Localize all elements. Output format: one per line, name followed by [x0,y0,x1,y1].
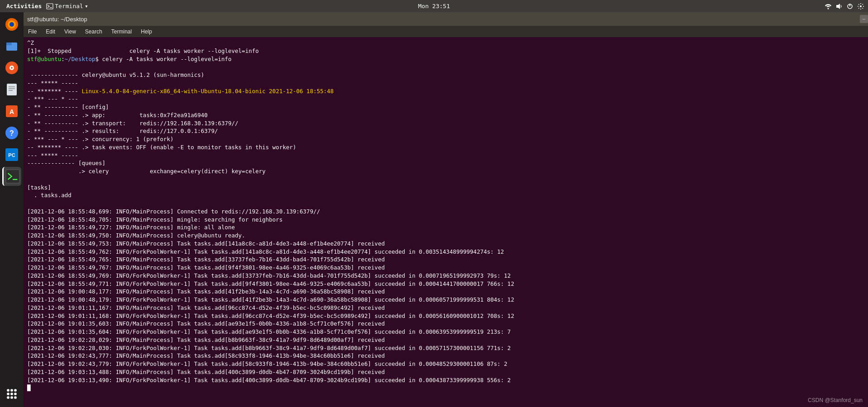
volume-icon[interactable] [835,3,843,10]
dock-remmina[interactable]: PC [2,145,21,164]
terminal-content[interactable]: ^Z [1]+ Stopped celery -A tasks worker -… [24,37,868,407]
term-line-37: [2021-12-06 19:01:35,604: INFO/ForkPoolW… [27,328,868,336]
watermark: CSDN @Stanford_sun [808,397,863,403]
term-line-9: - ** ---------- [config] [27,103,868,111]
svg-point-30 [7,393,10,395]
menu-search[interactable]: Search [83,28,104,35]
svg-marker-3 [836,4,840,9]
system-clock: Mon 23:51 [418,3,450,9]
term-line-33: [2021-12-06 19:00:48,179: INFO/ForkPoolW… [27,296,868,304]
svg-point-27 [7,389,10,392]
term-line-4 [27,63,868,71]
system-bar: Activities Terminal ▾ Mon 23:51 [0,0,868,12]
system-bar-left: Activities Terminal ▾ [4,3,88,10]
minimize-button[interactable]: ─ [860,15,868,23]
svg-text:PC: PC [8,152,15,158]
term-line-26: [2021-12-06 18:55:49,753: INFO/MainProce… [27,240,868,248]
term-line-28: [2021-12-06 18:55:49,765: INFO/MainProce… [27,256,868,264]
term-line-43: [2021-12-06 19:03:13,490: INFO/ForkPoolW… [27,376,868,384]
term-line-17: .> celery exchange=celery(direct) key=ce… [27,167,868,175]
term-line-27: [2021-12-06 18:55:49,762: INFO/ForkPoolW… [27,248,868,256]
term-line-24: [2021-12-06 18:55:49,727: INFO/MainProce… [27,223,868,232]
term-line-20: . tasks.add [27,191,868,199]
term-line-21 [27,199,868,208]
term-line-13: - *** --- * --- .> concurrency: 1 (prefo… [27,135,868,143]
term-line-2: [1]+ Stopped celery -A tasks worker --lo… [27,47,868,55]
term-line-10: - ** ---------- .> app: tasks:0x7f2ea91a… [27,111,868,119]
terminal-menu-bar: File Edit View Search Terminal Help [24,26,868,37]
term-line-12: - ** ---------- .> results: redis://127.… [27,127,868,135]
term-line-14: -- ******* ---- .> task events: OFF (ena… [27,143,868,151]
term-line-8: - *** --- * --- [27,95,868,103]
menu-view[interactable]: View [62,28,78,35]
settings-icon[interactable] [857,3,864,10]
term-line-11: - ** ---------- .> transport: redis://19… [27,119,868,128]
dock-music[interactable] [2,58,21,77]
menu-edit[interactable]: Edit [44,28,57,35]
term-line-30: [2021-12-06 18:55:49,769: INFO/ForkPoolW… [27,272,868,280]
dock-terminal[interactable] [2,167,21,186]
term-line-1: ^Z [27,39,868,47]
term-line-23: [2021-12-06 18:55:48,705: INFO/MainProce… [27,216,868,224]
svg-point-33 [7,396,10,399]
term-line-41: [2021-12-06 19:02:43,779: INFO/ForkPoolW… [27,360,868,368]
svg-point-28 [10,389,13,392]
term-line-25: [2021-12-06 18:55:49,750: INFO/MainProce… [27,232,868,240]
term-line-34: [2021-12-06 19:01:11,167: INFO/MainProce… [27,304,868,312]
system-tray [825,3,864,10]
dock-files[interactable] [2,37,21,56]
term-line-40: [2021-12-06 19:02:43,777: INFO/MainProce… [27,352,868,360]
dock-help[interactable]: ? [2,123,21,142]
term-line-36: [2021-12-06 19:01:35,603: INFO/MainProce… [27,320,868,328]
term-line-38: [2021-12-06 19:02:28,029: INFO/MainProce… [27,336,868,344]
terminal-window-title: stf@ubuntu: ~/Desktop [27,16,87,23]
terminal-window-controls: ─ □ ✕ [860,15,868,23]
terminal-menu-button[interactable]: Terminal ▾ [46,3,88,10]
svg-rect-25 [6,170,19,183]
term-line-cursor: █ [27,384,868,392]
svg-point-29 [14,389,17,392]
terminal-window: stf@ubuntu: ~/Desktop ─ □ ✕ File Edit Vi… [24,12,868,407]
term-line-35: [2021-12-06 19:01:11,168: INFO/ForkPoolW… [27,312,868,320]
term-line-39: [2021-12-06 19:02:28,030: INFO/ForkPoolW… [27,344,868,352]
terminal-label: Terminal [55,3,83,9]
network-icon[interactable] [825,3,832,10]
term-line-19: [tasks] [27,184,868,192]
term-line-29: [2021-12-06 18:55:49,767: INFO/MainProce… [27,264,868,272]
term-line-32: [2021-12-06 19:00:48,177: INFO/MainProce… [27,288,868,296]
terminal-title-bar: stf@ubuntu: ~/Desktop ─ □ ✕ [24,12,868,26]
dock-app-grid[interactable] [2,384,21,403]
term-line-3: stf@ubuntu:~/Desktop$ celery -A tasks wo… [27,55,868,63]
term-line-7: -- ******* ---- Linux-5.4.0-84-generic-x… [27,87,868,95]
power-icon[interactable] [846,3,854,10]
svg-text:?: ? [10,129,14,137]
svg-point-6 [860,5,862,7]
term-line-22: [2021-12-06 18:55:48,699: INFO/MainProce… [27,208,868,216]
activities-button[interactable]: Activities [4,3,44,9]
svg-rect-15 [7,84,17,95]
dropdown-arrow: ▾ [85,3,88,9]
term-line-15: --- ***** ----- [27,151,868,160]
svg-point-31 [10,393,13,395]
svg-rect-11 [6,43,12,45]
menu-file[interactable]: File [26,28,38,35]
svg-point-35 [14,396,17,399]
menu-help[interactable]: Help [139,28,154,35]
svg-point-2 [828,8,829,9]
svg-point-32 [14,393,17,395]
svg-text:A: A [10,108,14,115]
term-line-18 [27,175,868,184]
left-dock: A ? PC [0,12,24,407]
svg-point-14 [11,67,13,69]
dock-text-editor[interactable] [2,80,21,99]
svg-point-9 [10,22,14,27]
term-line-5: -------------- celery@ubuntu v5.1.2 (sun… [27,71,868,79]
svg-point-34 [10,396,13,399]
term-line-16: -------------- [queues] [27,159,868,167]
menu-terminal[interactable]: Terminal [110,28,134,35]
dock-firefox[interactable] [2,15,21,34]
dock-software-center[interactable]: A [2,102,21,121]
term-line-42: [2021-12-06 19:03:13,488: INFO/MainProce… [27,368,868,376]
terminal-icon [46,3,53,10]
term-line-31: [2021-12-06 18:55:49,771: INFO/ForkPoolW… [27,280,868,288]
